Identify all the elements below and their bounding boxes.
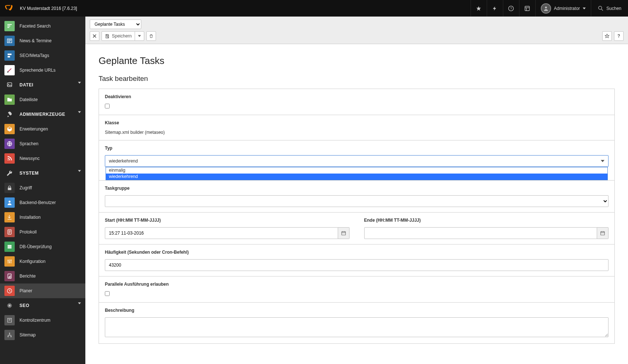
sidebar-item-newssync[interactable]: Newssync <box>0 151 85 166</box>
sidebar-item-label: Erweiterungen <box>19 126 48 132</box>
search-button[interactable]: Suchen <box>591 0 628 17</box>
sidebar-item-sitemap[interactable]: Sitemap <box>0 328 85 342</box>
svg-rect-20 <box>8 188 11 190</box>
avatar-icon <box>541 3 551 14</box>
search-label: Suchen <box>606 6 621 11</box>
sidebar-item-configuration[interactable]: Konfiguration <box>0 254 85 269</box>
urls-icon <box>4 65 15 75</box>
bookmark-button[interactable] <box>471 0 487 17</box>
help-button[interactable]: ? <box>503 0 519 17</box>
chevron-down-icon <box>78 302 81 305</box>
svg-rect-10 <box>7 27 9 28</box>
save-icon <box>105 34 110 39</box>
svg-rect-26 <box>8 245 12 246</box>
save-dropdown-button[interactable] <box>135 31 144 41</box>
chevron-down-icon <box>78 169 81 172</box>
sidebar-section-admintools[interactable]: ADMINWERKZEUGE <box>0 107 85 122</box>
star-outline-icon <box>604 33 610 39</box>
close-button[interactable] <box>90 31 99 41</box>
help-inline-button[interactable]: ? <box>614 31 624 41</box>
parallel-checkbox[interactable] <box>105 291 110 296</box>
typ-select[interactable]: wiederkehrend <box>105 155 609 167</box>
field-frequency: Häufigkeit (Sekunden oder Cron-Befehl) <box>99 245 614 276</box>
sidebar-item-access[interactable]: Zugriff <box>0 181 85 195</box>
cache-button[interactable] <box>487 0 503 17</box>
field-parallel: Parallele Ausführung erlauben <box>99 276 614 303</box>
wrench-icon <box>4 168 15 178</box>
seo-icon <box>4 50 15 61</box>
sidebar-item-backend-users[interactable]: Backend-Benutzer <box>0 195 85 210</box>
frequency-input[interactable] <box>105 259 609 271</box>
question-icon: ? <box>617 33 620 39</box>
delete-button[interactable] <box>146 31 156 41</box>
svg-rect-51 <box>601 232 605 235</box>
page: Geplante Tasks Task bearbeiten Deaktivie… <box>85 44 628 364</box>
sidebar-item-languages[interactable]: Sprachen <box>0 136 85 151</box>
svg-point-33 <box>9 262 10 263</box>
save-button[interactable]: Speichern <box>102 31 135 41</box>
sidebar-item-label: Konfiguration <box>19 259 46 264</box>
user-menu[interactable]: Administrator <box>535 0 591 17</box>
sidebar-item-label: DB-Überprüfung <box>19 244 52 249</box>
svg-point-15 <box>7 71 8 73</box>
start-input[interactable] <box>105 227 338 239</box>
sidebar-section-system[interactable]: SYSTEM <box>0 166 85 181</box>
sidebar-item-label: Faceted Search <box>19 24 51 29</box>
sidebar-section-label: SYSTEM <box>19 171 39 176</box>
chevron-down-icon <box>601 159 604 163</box>
end-datepicker-button[interactable] <box>597 227 609 239</box>
field-dates: Start (HH:MM TT-MM-JJJJ) Ende (HH:MM TT-… <box>99 213 614 245</box>
sidebar-item-label: Backend-Benutzer <box>19 200 56 205</box>
sidebar-item-control-center[interactable]: Kontrollzentrum <box>0 313 85 328</box>
sidebar-item-log[interactable]: Protokoll <box>0 225 85 239</box>
taskgroup-select[interactable] <box>105 195 609 207</box>
gear-icon <box>4 300 15 311</box>
svg-rect-44 <box>9 333 10 334</box>
sidebar-item-install[interactable]: Installation <box>0 210 85 225</box>
install-icon <box>4 212 15 222</box>
application-info-button[interactable] <box>519 0 535 17</box>
sidebar-item-label: Dateiliste <box>19 97 38 102</box>
reports-icon <box>4 271 15 281</box>
svg-rect-38 <box>10 275 10 278</box>
deactivate-checkbox[interactable] <box>105 104 110 108</box>
svg-point-32 <box>8 260 9 261</box>
sidebar-item-urls[interactable]: Sprechende URLs <box>0 63 85 78</box>
description-textarea[interactable] <box>105 317 609 337</box>
typo3-logo[interactable] <box>4 4 13 13</box>
typ-option-wiederkehrend[interactable]: wiederkehrend <box>106 174 607 180</box>
sidebar-item-faceted-search[interactable]: Faceted Search <box>0 19 85 33</box>
sidebar-item-news[interactable]: News & Termine <box>0 33 85 48</box>
sidebar-section-datei[interactable]: DATEI <box>0 78 85 92</box>
topbar: KV Musterstadt 2016 [7.6.23] ? Administr… <box>0 0 628 17</box>
svg-point-19 <box>8 160 9 161</box>
typ-options-dropdown: einmalig wiederkehrend <box>106 167 608 180</box>
rss-icon <box>4 153 15 164</box>
typ-option-einmalig[interactable]: einmalig <box>106 167 607 174</box>
search-icon <box>598 6 603 11</box>
sidebar-item-filelist[interactable]: Dateiliste <box>0 92 85 107</box>
typ-selected-value: wiederkehrend <box>109 158 138 164</box>
svg-rect-46 <box>11 336 12 337</box>
sidebar-item-label: Protokoll <box>19 229 37 235</box>
sidebar-section-label: SEO <box>19 303 29 308</box>
sidebar-item-scheduler[interactable]: Planer <box>0 283 85 298</box>
end-input[interactable] <box>364 227 597 239</box>
sidebar-item-extensions[interactable]: Erweiterungen <box>0 122 85 136</box>
close-icon <box>93 34 96 38</box>
sidebar-item-seometa[interactable]: SEO/MetaTags <box>0 48 85 63</box>
svg-rect-9 <box>7 26 10 26</box>
field-description: Beschreibung <box>99 303 614 343</box>
page-subtitle: Task bearbeiten <box>99 75 615 83</box>
module-function-select[interactable]: Geplante Tasks <box>90 19 141 29</box>
start-datepicker-button[interactable] <box>338 227 350 239</box>
svg-rect-8 <box>7 24 12 25</box>
sidebar-item-label: Zugriff <box>19 185 32 190</box>
typ-label: Typ <box>105 146 609 151</box>
shortcut-button[interactable] <box>602 31 612 41</box>
sidebar-section-seo[interactable]: SEO <box>0 298 85 313</box>
sidebar-item-reports[interactable]: Berichte <box>0 269 85 283</box>
class-label: Klasse <box>105 120 609 125</box>
calendar-icon <box>341 231 346 236</box>
sidebar-item-dbcheck[interactable]: DB-Überprüfung <box>0 239 85 254</box>
